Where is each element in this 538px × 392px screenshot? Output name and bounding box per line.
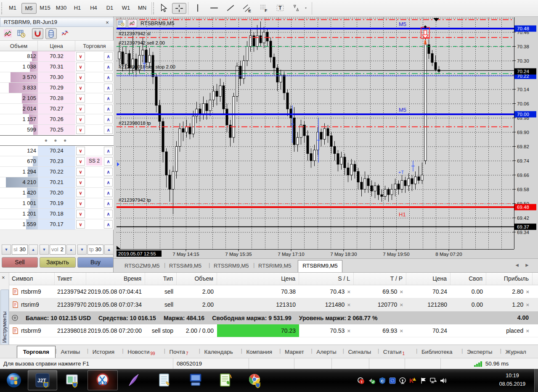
- dom-row-ask[interactable]: 3 83370.29∨∧: [0, 83, 114, 93]
- dom-tool-tick-chart[interactable]: [60, 28, 71, 39]
- sell-arrow-button[interactable]: ∨: [76, 115, 85, 124]
- buy-arrow-button[interactable]: ∧: [104, 178, 113, 187]
- dom-row-ask[interactable]: 59970.25∨∧: [0, 125, 114, 135]
- tool-button-arrows[interactable]: [289, 3, 303, 14]
- timeframe-button-m15[interactable]: M15: [37, 3, 53, 14]
- dom-tool-depth-of-market[interactable]: [45, 28, 57, 39]
- timeframe-button-m30[interactable]: M30: [54, 3, 69, 14]
- dom-row-ask[interactable]: 1 15770.26∨∧: [0, 114, 114, 125]
- buy-arrow-button[interactable]: ∧: [104, 189, 113, 197]
- price-value[interactable]: 70.28: [38, 93, 75, 103]
- dom-tool-magnet[interactable]: [32, 28, 43, 39]
- sync-tray-icon[interactable]: [368, 376, 376, 385]
- column-header[interactable]: Цена: [217, 273, 299, 285]
- buy-arrow-button[interactable]: ∧: [104, 63, 113, 71]
- toolbox-tab-13[interactable]: Журнал: [506, 347, 526, 357]
- tool-button-crosshair[interactable]: [172, 3, 186, 14]
- spinner-up-icon[interactable]: ▲: [29, 245, 38, 255]
- price-value[interactable]: 70.31: [38, 62, 75, 72]
- trade-table-row[interactable]: rtsbrm92123979422019.05.08 07:04:41sell2…: [9, 285, 538, 298]
- toolbox-side-tab[interactable]: Инструменты: [0, 289, 9, 345]
- timeframe-button-w1[interactable]: W1: [119, 3, 134, 14]
- column-header[interactable]: Символ: [9, 273, 55, 285]
- price-value[interactable]: 70.19: [38, 198, 75, 208]
- column-header[interactable]: Своп: [451, 273, 486, 285]
- buy-arrow-button[interactable]: ∧: [104, 84, 113, 92]
- taskbar-window-shield-app[interactable]: [59, 370, 86, 390]
- tool-button-horizontal-line[interactable]: [207, 3, 221, 14]
- toolbox-tab-5[interactable]: Календарь: [204, 347, 233, 357]
- column-header[interactable]: S / L: [299, 273, 354, 285]
- remove-tp-icon[interactable]: ×: [397, 328, 403, 334]
- chart-tab[interactable]: RTSRIM9,M5: [258, 262, 292, 270]
- dom-row-ask[interactable]: 2 01470.27∨∧: [0, 104, 114, 114]
- sell-arrow-button[interactable]: ∨: [76, 84, 85, 92]
- flag-tray-icon[interactable]: [419, 376, 428, 385]
- network-tray-icon[interactable]: [429, 376, 437, 385]
- sell-arrow-button[interactable]: ∨: [76, 73, 85, 82]
- sell-arrow-button[interactable]: ∨: [76, 147, 85, 155]
- buy-arrow-button[interactable]: ∧: [104, 115, 113, 124]
- tray-flag-tray-icon[interactable]: [419, 376, 428, 385]
- spinner-up-icon[interactable]: ▲: [66, 245, 76, 255]
- close-order-icon[interactable]: ×: [523, 302, 529, 308]
- dom-row-bid[interactable]: 12470.24∨∧: [0, 146, 114, 156]
- price-value[interactable]: 70.21: [38, 177, 75, 187]
- close-order-icon[interactable]: ×: [523, 328, 529, 334]
- price-chart[interactable]: M5#212397942 sl#212397942 sell 2.00#2123…: [114, 17, 538, 258]
- dom-tool-quotes-chart[interactable]: [3, 28, 14, 39]
- sell-button[interactable]: Sell: [2, 257, 38, 268]
- toolbar-grip[interactable]: [153, 3, 155, 14]
- toolbox-tab-11[interactable]: Библиотека: [421, 347, 452, 357]
- toolbox-tab-0[interactable]: Торговля: [17, 346, 56, 358]
- dom-tool-history-table[interactable]: [16, 28, 27, 39]
- toolbar-grip[interactable]: [1, 3, 3, 14]
- column-header[interactable]: T / P: [354, 273, 406, 285]
- sell-arrow-button[interactable]: ∨: [76, 52, 85, 61]
- price-value[interactable]: 70.29: [38, 83, 75, 93]
- tray-satellite-tray-icon[interactable]: [398, 376, 407, 385]
- tool-button-cursor-arrow[interactable]: [156, 3, 170, 14]
- show-desktop-button[interactable]: [534, 369, 538, 392]
- tab-scroll-arrows[interactable]: ◄►: [514, 262, 535, 268]
- buy-arrow-button[interactable]: ∧: [104, 220, 113, 229]
- spinner-down-icon[interactable]: ▼: [2, 245, 11, 255]
- spinner-down-icon[interactable]: ▼: [40, 245, 49, 255]
- buy-arrow-button[interactable]: ∧: [104, 168, 113, 176]
- blue-box-tray-icon[interactable]: [388, 376, 397, 385]
- tool-button-vertical-line[interactable]: [191, 3, 205, 14]
- dom-row-ask[interactable]: 1 03870.31∨∧: [0, 62, 114, 72]
- sell-arrow-button[interactable]: ∨: [76, 157, 85, 166]
- tray-kaspersky-tray-icon[interactable]: K: [408, 376, 417, 385]
- one-click-dom-button[interactable]: [117, 19, 126, 28]
- price-value[interactable]: 70.17: [38, 219, 75, 229]
- timeframe-button-m1[interactable]: M1: [5, 3, 20, 14]
- column-header[interactable]: Объем: [177, 273, 217, 285]
- buy-arrow-button[interactable]: ∧: [104, 52, 113, 61]
- spinner-input[interactable]: vol2: [50, 245, 66, 255]
- sell-arrow-button[interactable]: ∨: [76, 126, 85, 134]
- tool-button-fibonacci[interactable]: F: [257, 3, 271, 14]
- taskbar-remote-desktop-app[interactable]: [180, 370, 211, 390]
- dom-row-bid[interactable]: 1 55970.17∨∧: [0, 219, 114, 230]
- remove-tp-icon[interactable]: ×: [397, 302, 403, 308]
- dom-row-bid[interactable]: 67070.23∨SS 2∧: [0, 156, 114, 167]
- alert-tray-icon[interactable]: !: [357, 376, 365, 385]
- sell-arrow-button[interactable]: ∨: [76, 105, 85, 113]
- tool-button-text-label[interactable]: T: [273, 3, 287, 14]
- sell-arrow-button[interactable]: ∨: [76, 168, 85, 176]
- tool-button-dropdown-arrow[interactable]: [302, 3, 310, 14]
- dom-row-ask[interactable]: 2 10570.28∨∧: [0, 93, 114, 104]
- price-value[interactable]: 70.23: [38, 156, 75, 166]
- toolbox-tab-9[interactable]: Сигналы: [348, 347, 371, 357]
- column-header[interactable]: Прибыль: [486, 273, 533, 285]
- dom-row-ask[interactable]: 3 57070.30∨∧: [0, 72, 114, 83]
- expand-icon[interactable]: [12, 315, 18, 321]
- tool-button-equidistant-channel[interactable]: E: [240, 3, 254, 14]
- buy-arrow-button[interactable]: ∧: [104, 126, 113, 134]
- tray-alert-tray-icon[interactable]: !: [357, 376, 365, 385]
- buy-button[interactable]: Buy: [77, 257, 114, 268]
- spinner-up-icon[interactable]: ▲: [104, 245, 114, 255]
- satellite-tray-icon[interactable]: [398, 376, 407, 385]
- dom-row-bid[interactable]: 4 21070.21∨∧: [0, 177, 114, 188]
